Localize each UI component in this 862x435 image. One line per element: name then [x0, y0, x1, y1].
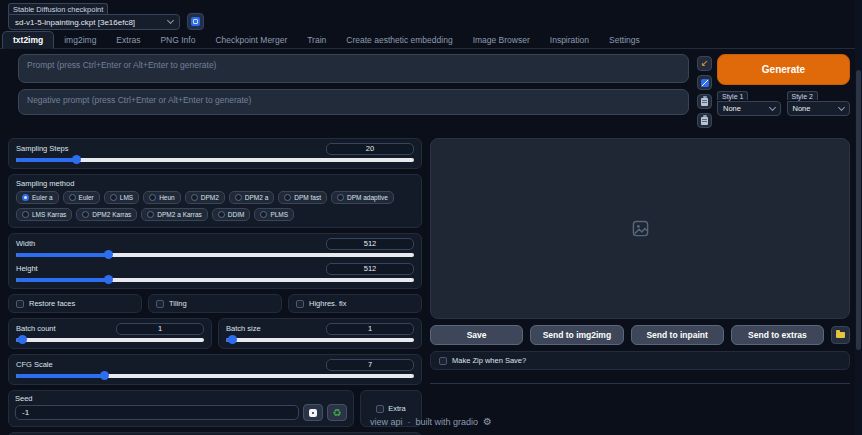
- sampler-heun[interactable]: Heun: [143, 191, 181, 204]
- save-button[interactable]: Save: [430, 325, 523, 345]
- tab-create-aesthetic-embedding[interactable]: Create aesthetic embedding: [336, 32, 462, 48]
- checkbox-icon: [16, 300, 24, 308]
- sampler-plms[interactable]: PLMS: [254, 208, 294, 221]
- radio-icon: [149, 194, 156, 201]
- style1-label: Style 1: [717, 91, 748, 100]
- batch-count-slider[interactable]: [16, 338, 204, 342]
- sampler-dpm2[interactable]: DPM2: [185, 191, 225, 204]
- cfg-scale-slider[interactable]: [16, 374, 414, 378]
- batch-size-value[interactable]: 1: [326, 323, 414, 335]
- save-style-button[interactable]: [697, 113, 712, 128]
- batch-size-slider[interactable]: [226, 338, 414, 342]
- folder-icon: [836, 332, 845, 338]
- built-with-gradio-link[interactable]: built with gradio: [416, 417, 479, 427]
- footer: view api · built with gradio ⚙: [0, 416, 862, 427]
- checkpoint-select[interactable]: sd-v1-5-inpainting.ckpt [3e16efc8]: [8, 14, 180, 30]
- radio-icon: [69, 194, 76, 201]
- radio-icon: [22, 194, 29, 201]
- sampler-dpm2-a[interactable]: DPM2 a: [229, 191, 274, 204]
- checkbox-icon: [376, 405, 384, 413]
- generation-info-bar: [430, 378, 850, 384]
- width-slider[interactable]: [16, 253, 414, 257]
- send-to-img2img-button[interactable]: Send to img2img: [530, 325, 623, 345]
- make-zip-label: Make Zip when Save?: [452, 356, 526, 365]
- tab-txt2img[interactable]: txt2img: [2, 31, 54, 49]
- style2-value: None: [793, 104, 811, 113]
- refresh-checkpoint-button[interactable]: [187, 13, 204, 30]
- sampler-lms-karras[interactable]: LMS Karras: [16, 208, 72, 221]
- highres-fix-checkbox[interactable]: Highres. fix: [288, 294, 422, 313]
- tab-settings[interactable]: Settings: [599, 32, 650, 48]
- main-tabbar: txt2img img2img Extras PNG Info Checkpoi…: [0, 32, 862, 49]
- footer-separator: ·: [408, 417, 411, 427]
- batch-size-block: Batch size 1: [218, 318, 422, 349]
- sampler-dpm-fast[interactable]: DPM fast: [278, 191, 327, 204]
- tiling-checkbox[interactable]: Tiling: [148, 294, 282, 313]
- prompt-input[interactable]: [18, 54, 689, 83]
- edit-style-button[interactable]: [697, 75, 712, 90]
- seed-extra-label: Extra: [388, 404, 406, 413]
- checkbox-icon: [296, 300, 304, 308]
- view-api-link[interactable]: view api: [370, 417, 403, 427]
- sampling-method-options: Euler a Euler LMS Heun DPM2 DPM2 a DPM f…: [16, 191, 414, 221]
- radio-icon: [284, 194, 291, 201]
- clipboard-icon: [701, 117, 708, 125]
- height-value[interactable]: 512: [326, 263, 414, 275]
- tab-train[interactable]: Train: [297, 32, 336, 48]
- negative-prompt-input[interactable]: [18, 89, 689, 115]
- sampling-method-block: Sampling method Euler a Euler LMS Heun D…: [8, 174, 422, 228]
- sampling-steps-label: Sampling Steps: [16, 144, 69, 153]
- image-placeholder-icon: [632, 220, 649, 237]
- style1-group: Style 1 None: [717, 91, 781, 116]
- style2-label: Style 2: [787, 91, 818, 100]
- checkpoint-label: Stable Diffusion checkpoint: [8, 3, 108, 14]
- seed-label: Seed: [15, 394, 33, 403]
- height-slider[interactable]: [16, 278, 414, 282]
- sampler-euler-a[interactable]: Euler a: [16, 191, 59, 204]
- copy-style-button[interactable]: [697, 94, 712, 109]
- tab-image-browser[interactable]: Image Browser: [463, 32, 540, 48]
- output-buttons: Save Send to img2img Send to inpaint Sen…: [430, 325, 850, 345]
- radio-icon: [147, 211, 154, 218]
- batch-row: Batch count 1 Batch size 1: [8, 318, 422, 349]
- result-gallery[interactable]: [430, 138, 850, 319]
- style1-value: None: [723, 104, 741, 113]
- batch-count-block: Batch count 1: [8, 318, 212, 349]
- output-column: Save Send to img2img Send to inpaint Sen…: [430, 138, 850, 435]
- sampler-euler[interactable]: Euler: [63, 191, 100, 204]
- send-to-extras-button[interactable]: Send to extras: [731, 325, 824, 345]
- width-value[interactable]: 512: [326, 238, 414, 250]
- generate-button[interactable]: Generate: [717, 54, 850, 85]
- style2-select[interactable]: None: [787, 101, 851, 116]
- restore-faces-checkbox[interactable]: Restore faces: [8, 294, 142, 313]
- chevron-down-icon: [167, 17, 174, 24]
- sampler-lms[interactable]: LMS: [104, 191, 139, 204]
- open-folder-button[interactable]: [831, 326, 850, 344]
- sampling-method-label: Sampling method: [16, 179, 74, 188]
- radio-icon: [337, 194, 344, 201]
- tab-png-info[interactable]: PNG Info: [150, 32, 205, 48]
- sampler-dpm2-a-karras[interactable]: DPM2 a Karras: [141, 208, 207, 221]
- sampling-steps-value[interactable]: 20: [326, 143, 414, 155]
- tab-inspiration[interactable]: Inspiration: [540, 32, 599, 48]
- tab-img2img[interactable]: img2img: [54, 32, 106, 48]
- tiling-label: Tiling: [169, 299, 187, 308]
- sampler-ddim[interactable]: DDIM: [212, 208, 251, 221]
- restore-faces-label: Restore faces: [29, 299, 75, 308]
- send-to-inpaint-button[interactable]: Send to inpaint: [631, 325, 724, 345]
- batch-size-label: Batch size: [226, 324, 261, 333]
- sampling-steps-slider[interactable]: [16, 158, 414, 162]
- tab-extras[interactable]: Extras: [106, 32, 150, 48]
- tab-checkpoint-merger[interactable]: Checkpoint Merger: [205, 32, 297, 48]
- make-zip-checkbox[interactable]: Make Zip when Save?: [430, 351, 850, 370]
- sampler-dpm-adaptive[interactable]: DPM adaptive: [331, 191, 394, 204]
- refresh-icon: [191, 17, 200, 26]
- batch-count-value[interactable]: 1: [116, 323, 204, 335]
- paste-params-button[interactable]: ↙: [697, 56, 712, 71]
- style1-select[interactable]: None: [717, 101, 781, 116]
- prompt-section: ↙ Generate Style 1 None Style 2 None: [0, 49, 862, 134]
- checkpoint-group: Stable Diffusion checkpoint sd-v1-5-inpa…: [8, 3, 180, 30]
- scrollbar-thumb[interactable]: [856, 70, 861, 350]
- cfg-scale-value[interactable]: 7: [326, 359, 414, 371]
- sampler-dpm2-karras[interactable]: DPM2 Karras: [76, 208, 137, 221]
